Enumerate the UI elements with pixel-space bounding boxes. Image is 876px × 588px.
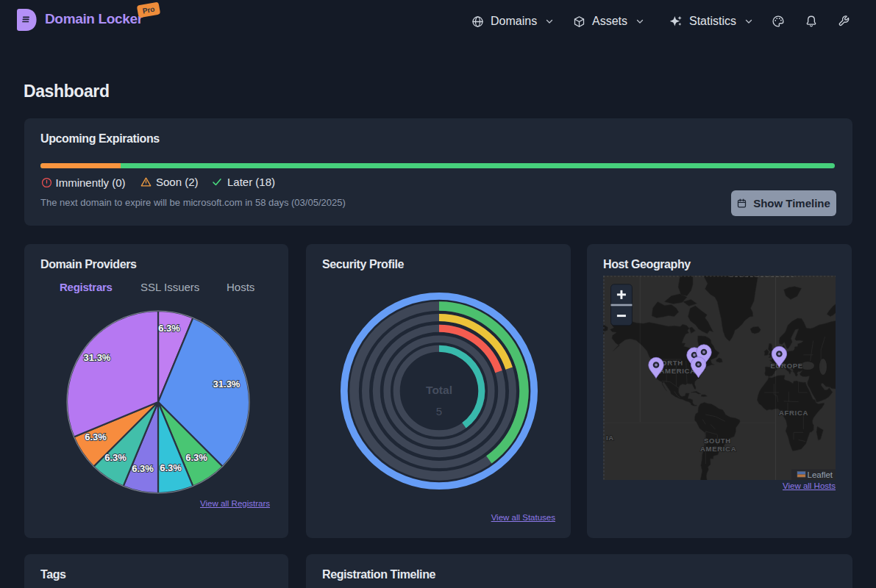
svg-text:Total: Total: [426, 384, 452, 396]
svg-text:6.3%: 6.3%: [160, 462, 182, 473]
svg-text:AMERICA: AMERICA: [700, 445, 736, 453]
svg-text:6.3%: 6.3%: [132, 463, 154, 474]
svg-text:5: 5: [435, 405, 441, 417]
svg-text:IA: IA: [606, 434, 614, 442]
svg-text:AMERICA: AMERICA: [660, 367, 696, 375]
svg-text:31.3%: 31.3%: [213, 379, 241, 390]
svg-text:6.3%: 6.3%: [185, 452, 207, 463]
svg-text:6.3%: 6.3%: [85, 431, 107, 442]
svg-text:6.3%: 6.3%: [104, 452, 127, 463]
svg-text:31.3%: 31.3%: [84, 352, 111, 363]
svg-text:6.3%: 6.3%: [158, 323, 180, 334]
svg-text:Leaflet: Leaflet: [808, 470, 833, 479]
svg-text:EUROPE: EUROPE: [771, 362, 803, 370]
svg-text:AFRICA: AFRICA: [779, 409, 808, 417]
svg-text:SOUTH: SOUTH: [704, 437, 731, 445]
